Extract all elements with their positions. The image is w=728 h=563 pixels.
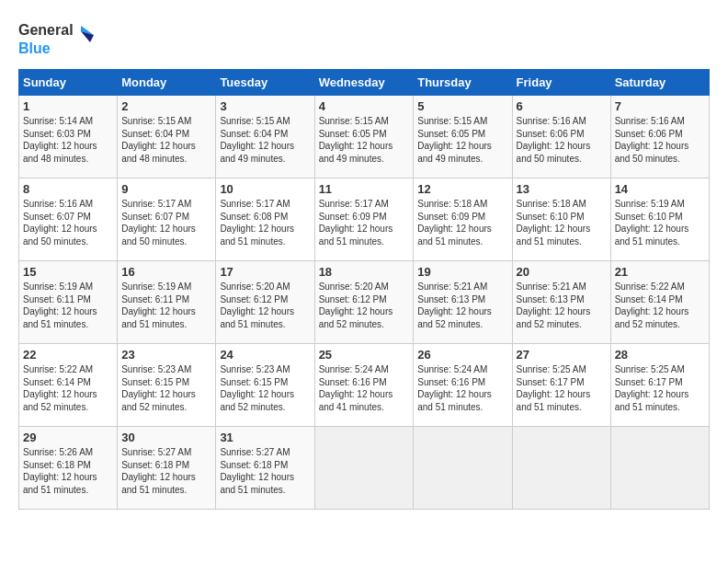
calendar-cell: 11Sunrise: 5:17 AM Sunset: 6:09 PM Dayli… — [314, 178, 414, 261]
day-info: Sunrise: 5:25 AM Sunset: 6:17 PM Dayligh… — [615, 363, 705, 413]
day-number: 1 — [23, 99, 113, 113]
day-number: 20 — [517, 265, 607, 279]
day-number: 11 — [319, 182, 410, 196]
calendar-cell: 25Sunrise: 5:24 AM Sunset: 6:16 PM Dayli… — [314, 344, 414, 427]
day-number: 25 — [319, 348, 410, 362]
day-info: Sunrise: 5:16 AM Sunset: 6:07 PM Dayligh… — [23, 198, 113, 247]
day-number: 31 — [220, 431, 310, 444]
calendar-cell: 8Sunrise: 5:16 AM Sunset: 6:07 PM Daylig… — [19, 178, 118, 261]
day-number: 29 — [23, 431, 113, 444]
calendar-cell: 13Sunrise: 5:18 AM Sunset: 6:10 PM Dayli… — [512, 178, 610, 261]
calendar-week-4: 22Sunrise: 5:22 AM Sunset: 6:14 PM Dayli… — [19, 344, 710, 427]
calendar-cell: 2Sunrise: 5:15 AM Sunset: 6:04 PM Daylig… — [118, 96, 216, 178]
calendar-cell: 6Sunrise: 5:16 AM Sunset: 6:06 PM Daylig… — [512, 96, 610, 178]
day-number: 14 — [615, 182, 705, 196]
calendar-cell — [610, 427, 709, 510]
calendar-cell — [512, 427, 610, 510]
svg-text:General: General — [18, 22, 74, 38]
day-number: 8 — [23, 182, 113, 196]
day-info: Sunrise: 5:22 AM Sunset: 6:14 PM Dayligh… — [23, 363, 113, 413]
calendar-cell: 10Sunrise: 5:17 AM Sunset: 6:08 PM Dayli… — [216, 178, 314, 261]
day-number: 7 — [615, 99, 705, 113]
day-info: Sunrise: 5:24 AM Sunset: 6:16 PM Dayligh… — [319, 363, 410, 413]
calendar-cell: 16Sunrise: 5:19 AM Sunset: 6:11 PM Dayli… — [118, 261, 216, 344]
day-info: Sunrise: 5:22 AM Sunset: 6:14 PM Dayligh… — [615, 281, 705, 330]
day-number: 19 — [417, 265, 507, 279]
day-info: Sunrise: 5:18 AM Sunset: 6:10 PM Dayligh… — [517, 198, 607, 247]
day-info: Sunrise: 5:15 AM Sunset: 6:05 PM Dayligh… — [319, 115, 410, 165]
calendar-header-thursday: Thursday — [414, 70, 512, 96]
calendar-cell: 9Sunrise: 5:17 AM Sunset: 6:07 PM Daylig… — [118, 178, 216, 261]
calendar-cell: 1Sunrise: 5:14 AM Sunset: 6:03 PM Daylig… — [19, 96, 118, 178]
calendar-header-wednesday: Wednesday — [314, 70, 414, 96]
day-number: 28 — [615, 348, 705, 362]
day-number: 10 — [220, 182, 310, 196]
calendar-header-friday: Friday — [512, 70, 610, 96]
calendar-cell: 14Sunrise: 5:19 AM Sunset: 6:10 PM Dayli… — [610, 178, 709, 261]
day-info: Sunrise: 5:21 AM Sunset: 6:13 PM Dayligh… — [417, 281, 507, 330]
day-info: Sunrise: 5:27 AM Sunset: 6:18 PM Dayligh… — [220, 446, 310, 496]
day-info: Sunrise: 5:15 AM Sunset: 6:04 PM Dayligh… — [220, 115, 310, 165]
day-info: Sunrise: 5:19 AM Sunset: 6:10 PM Dayligh… — [615, 198, 705, 247]
day-info: Sunrise: 5:19 AM Sunset: 6:11 PM Dayligh… — [121, 281, 211, 330]
calendar-cell: 4Sunrise: 5:15 AM Sunset: 6:05 PM Daylig… — [314, 96, 414, 178]
calendar-header-row: SundayMondayTuesdayWednesdayThursdayFrid… — [19, 70, 710, 96]
calendar-cell — [414, 427, 512, 510]
calendar-cell: 30Sunrise: 5:27 AM Sunset: 6:18 PM Dayli… — [118, 427, 216, 510]
calendar-cell: 19Sunrise: 5:21 AM Sunset: 6:13 PM Dayli… — [414, 261, 512, 344]
day-number: 3 — [220, 99, 310, 113]
calendar-week-5: 29Sunrise: 5:26 AM Sunset: 6:18 PM Dayli… — [19, 427, 710, 510]
day-info: Sunrise: 5:20 AM Sunset: 6:12 PM Dayligh… — [220, 281, 310, 330]
calendar-cell: 23Sunrise: 5:23 AM Sunset: 6:15 PM Dayli… — [118, 344, 216, 427]
header: GeneralBlue — [18, 18, 710, 60]
day-number: 18 — [319, 265, 410, 279]
day-info: Sunrise: 5:14 AM Sunset: 6:03 PM Dayligh… — [23, 115, 113, 165]
calendar-header-monday: Monday — [118, 70, 216, 96]
calendar-cell: 29Sunrise: 5:26 AM Sunset: 6:18 PM Dayli… — [19, 427, 118, 510]
day-number: 6 — [517, 99, 607, 113]
day-info: Sunrise: 5:26 AM Sunset: 6:18 PM Dayligh… — [23, 446, 113, 496]
svg-text:Blue: Blue — [18, 40, 51, 56]
day-number: 9 — [121, 182, 211, 196]
calendar-cell: 15Sunrise: 5:19 AM Sunset: 6:11 PM Dayli… — [19, 261, 118, 344]
day-info: Sunrise: 5:20 AM Sunset: 6:12 PM Dayligh… — [319, 281, 410, 330]
day-number: 15 — [23, 265, 113, 279]
day-number: 5 — [417, 99, 507, 113]
calendar-header-tuesday: Tuesday — [216, 70, 314, 96]
logo: GeneralBlue — [18, 18, 101, 60]
day-number: 23 — [121, 348, 211, 362]
calendar-cell: 3Sunrise: 5:15 AM Sunset: 6:04 PM Daylig… — [216, 96, 314, 178]
day-number: 26 — [417, 348, 507, 362]
day-number: 12 — [417, 182, 507, 196]
day-number: 22 — [23, 348, 113, 362]
calendar-header-saturday: Saturday — [610, 70, 709, 96]
day-info: Sunrise: 5:17 AM Sunset: 6:07 PM Dayligh… — [121, 198, 211, 247]
day-info: Sunrise: 5:27 AM Sunset: 6:18 PM Dayligh… — [121, 446, 211, 496]
day-number: 2 — [121, 99, 211, 113]
calendar-header-sunday: Sunday — [19, 70, 118, 96]
day-info: Sunrise: 5:17 AM Sunset: 6:09 PM Dayligh… — [319, 198, 410, 247]
day-info: Sunrise: 5:16 AM Sunset: 6:06 PM Dayligh… — [615, 115, 705, 165]
calendar: SundayMondayTuesdayWednesdayThursdayFrid… — [18, 69, 710, 510]
calendar-cell: 27Sunrise: 5:25 AM Sunset: 6:17 PM Dayli… — [512, 344, 610, 427]
day-number: 27 — [517, 348, 607, 362]
calendar-week-1: 1Sunrise: 5:14 AM Sunset: 6:03 PM Daylig… — [19, 96, 710, 178]
day-info: Sunrise: 5:18 AM Sunset: 6:09 PM Dayligh… — [417, 198, 507, 247]
calendar-cell: 12Sunrise: 5:18 AM Sunset: 6:09 PM Dayli… — [414, 178, 512, 261]
calendar-cell: 20Sunrise: 5:21 AM Sunset: 6:13 PM Dayli… — [512, 261, 610, 344]
calendar-cell: 17Sunrise: 5:20 AM Sunset: 6:12 PM Dayli… — [216, 261, 314, 344]
day-number: 16 — [121, 265, 211, 279]
day-info: Sunrise: 5:15 AM Sunset: 6:04 PM Dayligh… — [121, 115, 211, 165]
day-number: 4 — [319, 99, 410, 113]
calendar-cell — [314, 427, 414, 510]
calendar-cell: 31Sunrise: 5:27 AM Sunset: 6:18 PM Dayli… — [216, 427, 314, 510]
calendar-cell: 22Sunrise: 5:22 AM Sunset: 6:14 PM Dayli… — [19, 344, 118, 427]
day-info: Sunrise: 5:23 AM Sunset: 6:15 PM Dayligh… — [220, 363, 310, 413]
calendar-week-3: 15Sunrise: 5:19 AM Sunset: 6:11 PM Dayli… — [19, 261, 710, 344]
calendar-cell: 21Sunrise: 5:22 AM Sunset: 6:14 PM Dayli… — [610, 261, 709, 344]
day-number: 13 — [517, 182, 607, 196]
day-info: Sunrise: 5:24 AM Sunset: 6:16 PM Dayligh… — [417, 363, 507, 413]
day-number: 24 — [220, 348, 310, 362]
calendar-cell: 18Sunrise: 5:20 AM Sunset: 6:12 PM Dayli… — [314, 261, 414, 344]
day-info: Sunrise: 5:23 AM Sunset: 6:15 PM Dayligh… — [121, 363, 211, 413]
